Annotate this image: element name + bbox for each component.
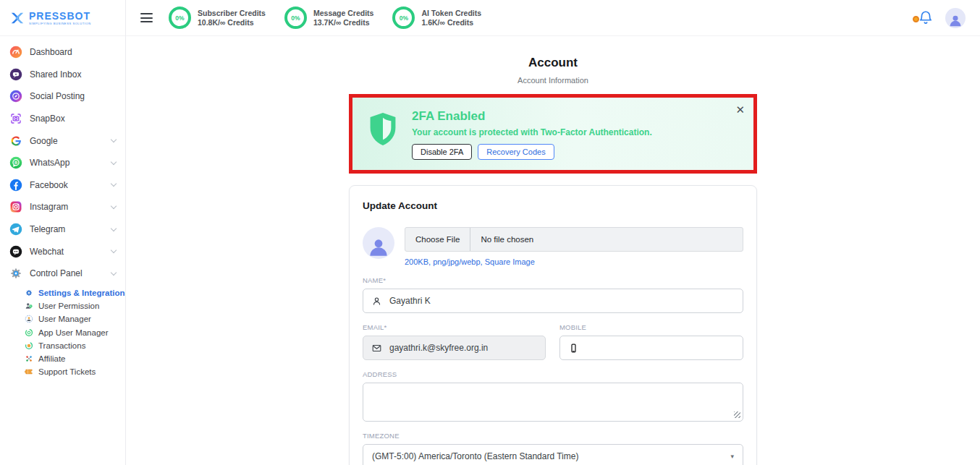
sidebar-item-webchat[interactable]: Webchat: [0, 240, 125, 263]
credit-title: AI Token Credits: [421, 9, 481, 18]
2fa-alert-title: 2FA Enabled: [412, 109, 652, 124]
timezone-select[interactable]: (GMT-5:00) America/Toronto (Eastern Stan…: [363, 444, 743, 465]
sidebar-item-label: Webchat: [30, 247, 64, 257]
name-label: NAME*: [363, 276, 743, 284]
sidebar-item-google[interactable]: Google: [0, 129, 125, 152]
submenu-item-user-manager[interactable]: User Manager: [25, 312, 125, 325]
credit-progress-ring: 0%: [284, 7, 307, 29]
profile-avatar: [363, 227, 394, 259]
annotation-highlight-box: 2FA Enabled Your account is protected wi…: [349, 94, 757, 174]
profile-image-file-input[interactable]: Choose File No file chosen: [405, 227, 743, 252]
timezone-label: TIMEZONE: [363, 432, 743, 440]
main-content: Account Account Information 2FA Enabled …: [126, 36, 980, 465]
mobile-input[interactable]: [586, 343, 735, 353]
transactions-icon: [25, 341, 33, 350]
submenu-item-app-user-manager[interactable]: App User Manager: [25, 325, 125, 338]
brand-tagline: SIMPLIFYING BUSINESS SOLUTION: [29, 22, 91, 25]
telegram-icon: [9, 223, 22, 236]
dashboard-icon: [9, 46, 22, 59]
sidebar-item-label: Google: [30, 136, 58, 146]
credit-progress-ring: 0%: [392, 7, 415, 29]
sidebar-item-social-posting[interactable]: Social Posting: [0, 85, 125, 108]
address-label: ADDRESS: [363, 370, 743, 378]
credit-amount: 10.8K/∞ Credits: [198, 18, 266, 27]
file-status-text: No file chosen: [470, 235, 544, 244]
whatsapp-icon: B: [9, 156, 22, 169]
name-field[interactable]: [363, 289, 743, 313]
submenu-item-label: User Manager: [38, 315, 91, 323]
person-icon: [371, 296, 382, 307]
submenu-item-label: App User Manager: [38, 328, 109, 337]
close-icon[interactable]: ✕: [735, 104, 745, 115]
chevron-down-icon: [111, 225, 117, 231]
mobile-label: MOBILE: [559, 323, 743, 331]
disable-2fa-button[interactable]: Disable 2FA: [412, 144, 472, 160]
submenu-item-label: Affiliate: [38, 354, 66, 363]
instagram-icon: [9, 200, 22, 213]
card-title: Update Account: [363, 200, 743, 211]
sidebar-item-snapbox[interactable]: SnapBox: [0, 108, 125, 130]
credit-amount: 13.7K/∞ Credits: [313, 18, 373, 27]
submenu-item-user-permission[interactable]: User Permission: [25, 299, 125, 312]
resize-handle: [363, 383, 743, 422]
sidebar-item-label: SnapBox: [30, 114, 65, 124]
address-textarea[interactable]: [363, 383, 743, 422]
sidebar-item-label: WhatsApp: [30, 158, 69, 168]
email-label: EMAIL*: [363, 323, 546, 331]
credit-title: Subscriber Credits: [198, 9, 266, 18]
chevron-down-icon: [111, 181, 117, 187]
settings-sub-icon: [25, 289, 33, 297]
brand-logo[interactable]: PRESSBOT SIMPLIFYING BUSINESS SOLUTION: [0, 0, 125, 36]
user-avatar[interactable]: [945, 8, 966, 28]
sidebar-item-instagram[interactable]: Instagram: [0, 196, 125, 218]
sidebar-item-control-panel[interactable]: Control Panel: [0, 263, 125, 285]
recovery-codes-button[interactable]: Recovery Codes: [478, 144, 554, 160]
name-input[interactable]: [389, 296, 735, 306]
support-tickets-icon: [25, 367, 33, 376]
2fa-alert: 2FA Enabled Your account is protected wi…: [352, 98, 753, 170]
credit-widget-message-credits: 0%Message Credits13.7K/∞ Credits: [284, 7, 373, 29]
submenu-item-label: User Permission: [38, 302, 99, 310]
credits-group: 0%Subscriber Credits10.8K/∞ Credits0%Mes…: [169, 7, 481, 29]
brand-name: PRESSBOT: [29, 11, 91, 21]
chevron-down-icon: [111, 159, 117, 165]
sidebar-item-facebook[interactable]: Facebook: [0, 174, 125, 197]
sidebar-item-whatsapp[interactable]: BWhatsApp: [0, 152, 125, 174]
social-posting-icon: [9, 90, 22, 103]
submenu-item-label: Transactions: [38, 341, 85, 350]
sidebar-item-label: Instagram: [30, 202, 68, 212]
snapbox-icon: [9, 112, 22, 125]
control-panel-submenu: Settings & IntegrationUser PermissionUse…: [0, 285, 125, 379]
submenu-item-label: Settings & Integration: [38, 289, 124, 297]
facebook-icon: [9, 179, 22, 192]
timezone-value: (GMT-5:00) America/Toronto (Eastern Stan…: [372, 451, 578, 461]
hamburger-menu-icon[interactable]: [140, 13, 153, 22]
phone-icon: [568, 343, 579, 354]
chevron-down-icon: [111, 247, 117, 253]
choose-file-button[interactable]: Choose File: [405, 228, 470, 251]
submenu-item-support-tickets[interactable]: Support Tickets: [25, 365, 125, 378]
chevron-down-icon: [111, 203, 117, 209]
notifications-bell-icon[interactable]: [918, 10, 934, 26]
user-manager-icon: [25, 315, 33, 323]
topbar: 0%Subscriber Credits10.8K/∞ Credits0%Mes…: [126, 0, 980, 36]
sidebar-item-label: Shared Inbox: [30, 69, 81, 80]
submenu-item-affiliate[interactable]: Affiliate: [25, 352, 125, 365]
mobile-field[interactable]: [559, 336, 743, 360]
sidebar-item-telegram[interactable]: Telegram: [0, 218, 125, 241]
page-subtitle: Account Information: [349, 76, 757, 85]
webchat-icon: [9, 245, 22, 258]
submenu-item-label: Support Tickets: [38, 367, 96, 376]
google-icon: [9, 135, 22, 148]
sidebar-item-shared-inbox[interactable]: Shared Inbox: [0, 64, 125, 86]
update-account-card: Update Account Choose File No file chose…: [349, 185, 757, 465]
submenu-item-transactions[interactable]: Transactions: [25, 339, 125, 352]
sidebar-item-label: Social Posting: [30, 91, 85, 101]
shield-icon: [367, 111, 399, 148]
sidebar-item-label: Control Panel: [30, 268, 83, 278]
sidebar: PRESSBOT SIMPLIFYING BUSINESS SOLUTION D…: [0, 0, 126, 465]
2fa-alert-message: Your account is protected with Two-Facto…: [412, 127, 652, 137]
sidebar-item-dashboard[interactable]: Dashboard: [0, 41, 125, 64]
credit-title: Message Credits: [313, 9, 373, 18]
submenu-item-settings-integration[interactable]: Settings & Integration: [25, 286, 125, 299]
